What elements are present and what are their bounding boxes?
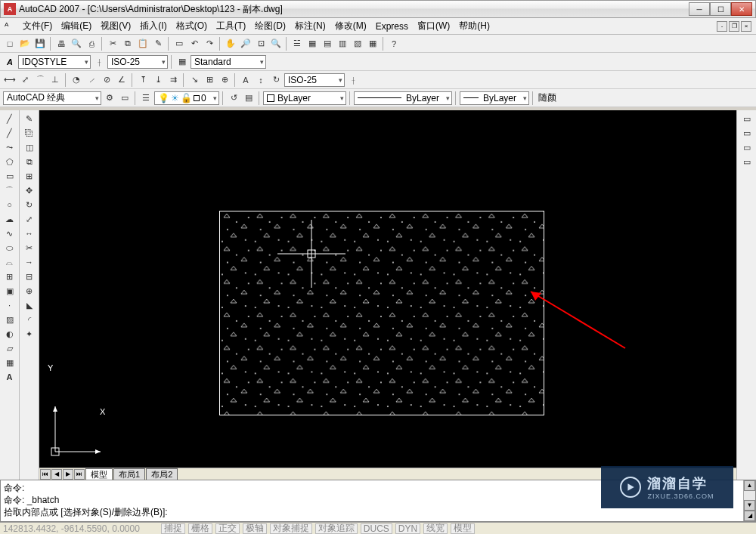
ellipse-icon[interactable]: ⬭ [2, 241, 17, 255]
extend-icon[interactable]: → [22, 255, 37, 269]
scale-icon[interactable]: ⤢ [22, 212, 37, 226]
status-osnap[interactable]: 对象捕捉 [270, 523, 312, 534]
array-icon[interactable]: ⊞ [22, 169, 37, 183]
menu-file[interactable]: 文件(F) [18, 18, 57, 34]
explode-icon[interactable]: ✦ [22, 327, 37, 341]
dim-tolerance-icon[interactable]: ⊞ [203, 73, 216, 87]
status-grid[interactable]: 栅格 [188, 523, 212, 534]
join-icon[interactable]: ⊕ [22, 284, 37, 298]
tablestyle-combo[interactable]: Standard [191, 55, 266, 69]
cut-icon[interactable]: ✂ [106, 37, 119, 51]
dim-leader-icon[interactable]: ↘ [187, 73, 201, 87]
open-icon[interactable]: 📂 [18, 37, 32, 51]
tab-next[interactable]: ▶ [63, 469, 73, 480]
trim-icon[interactable]: ✂ [22, 241, 37, 255]
menu-window[interactable]: 窗口(W) [413, 18, 454, 34]
menu-tools[interactable]: 工具(T) [212, 18, 250, 34]
table-icon[interactable]: ▦ [2, 356, 17, 369]
layer-props-icon[interactable]: ☰ [139, 91, 153, 105]
linetype-combo[interactable]: ByLayer [354, 91, 452, 105]
dcenter-icon[interactable]: ▦ [305, 37, 319, 51]
match-icon[interactable]: ✎ [151, 37, 165, 51]
hatch-icon[interactable]: ▨ [2, 313, 17, 326]
status-ducs[interactable]: DUCS [361, 523, 392, 534]
dimstyle2-combo[interactable]: ISO-25 [284, 73, 345, 87]
dim-angular-icon[interactable]: ∠ [115, 73, 129, 87]
menu-help[interactable]: 帮助(H) [454, 18, 494, 34]
mdi-minimize[interactable]: - [717, 21, 727, 32]
paste-icon[interactable]: 📋 [136, 37, 150, 51]
region-icon[interactable]: ▱ [2, 341, 17, 355]
color-combo[interactable]: ByLayer [263, 91, 346, 105]
dim-quick-icon[interactable]: ⤒ [136, 73, 150, 87]
print-icon[interactable]: 🖶 [54, 37, 68, 51]
mirror-icon[interactable]: ◫ [22, 140, 37, 154]
cmd-scrollbar[interactable]: ▲ ▼ ◢ [743, 480, 755, 521]
dim-center-icon[interactable]: ⊕ [218, 73, 231, 87]
pan-icon[interactable]: ✋ [224, 37, 237, 51]
tool-palette-icon[interactable]: ▤ [321, 37, 334, 51]
dim-continue-icon[interactable]: ⇉ [166, 73, 180, 87]
dim-linear-icon[interactable]: ⟷ [3, 73, 17, 87]
status-polar[interactable]: 极轴 [243, 523, 267, 534]
dim-aligned-icon[interactable]: ⤢ [18, 73, 32, 87]
layer-prev-icon[interactable]: ↺ [227, 91, 240, 105]
layer-state-icon[interactable]: ▤ [242, 91, 256, 105]
dim-arc-icon[interactable]: ⌒ [33, 73, 47, 87]
rotate-icon[interactable]: ↻ [22, 198, 37, 211]
tab-first[interactable]: ⏮ [40, 469, 51, 480]
dimstyle-icon[interactable]: ⟊ [92, 55, 106, 69]
close-button[interactable]: ✕ [731, 2, 752, 16]
r-icon-2[interactable]: ▭ [739, 126, 754, 140]
revcloud-icon[interactable]: ☁ [2, 212, 17, 226]
textstyle-combo[interactable]: IDQSTYLE [18, 55, 91, 69]
status-ortho[interactable]: 正交 [215, 523, 240, 534]
r-icon-3[interactable]: ▭ [739, 140, 754, 154]
status-snap[interactable]: 捕捉 [161, 523, 185, 534]
menu-modify[interactable]: 修改(M) [330, 18, 371, 34]
r-icon-4[interactable]: ▭ [739, 155, 754, 168]
properties-icon[interactable]: ☱ [290, 37, 304, 51]
dim-baseline-icon[interactable]: ⤓ [151, 73, 165, 87]
circle-icon[interactable]: ○ [2, 198, 17, 211]
markup-icon[interactable]: ▧ [351, 37, 364, 51]
offset-icon[interactable]: ⧉ [22, 155, 37, 168]
new-icon[interactable]: □ [3, 37, 17, 51]
zoom-rt-icon[interactable]: 🔎 [239, 37, 253, 51]
dim-tedit-icon[interactable]: ↕ [254, 73, 268, 87]
mtext-icon[interactable]: A [2, 370, 17, 384]
layer-combo[interactable]: 💡 ☀ 🔓 0 [154, 91, 219, 105]
redo-icon[interactable]: ↷ [203, 37, 216, 51]
stretch-icon[interactable]: ↔ [22, 227, 37, 240]
status-dyn[interactable]: DYN [395, 523, 420, 534]
zoom-prev-icon[interactable]: 🔍 [269, 37, 283, 51]
r-icon-1[interactable]: ▭ [739, 112, 754, 125]
maximize-button[interactable]: ☐ [710, 2, 731, 16]
dim-ordinate-icon[interactable]: ⊥ [48, 73, 62, 87]
copy-icon[interactable]: ⧉ [121, 37, 135, 51]
dim-jogged-icon[interactable]: ⟋ [85, 73, 98, 87]
dim-style-icon[interactable]: ⟊ [346, 73, 360, 87]
erase-icon[interactable]: ✎ [22, 112, 37, 125]
block-icon[interactable]: ▭ [172, 37, 186, 51]
chamfer-icon[interactable]: ◣ [22, 298, 37, 312]
xline-icon[interactable]: ╱ [2, 126, 17, 140]
menu-edit[interactable]: 编辑(E) [57, 18, 96, 34]
status-model[interactable]: 模型 [451, 523, 475, 534]
tab-layout2[interactable]: 布局2 [146, 468, 178, 480]
polygon-icon[interactable]: ⬠ [2, 155, 17, 168]
tab-last[interactable]: ⏭ [74, 469, 85, 480]
save-icon[interactable]: 💾 [33, 37, 47, 51]
break-icon[interactable]: ⊟ [22, 270, 37, 283]
line-icon[interactable]: ╱ [2, 112, 17, 125]
tab-model[interactable]: 模型 [85, 468, 113, 480]
tab-layout1[interactable]: 布局1 [113, 468, 145, 480]
arc-icon[interactable]: ⌒ [2, 184, 17, 197]
rectangle-icon[interactable]: ▭ [2, 169, 17, 183]
minimize-button[interactable]: ─ [689, 2, 710, 16]
move-icon[interactable]: ✥ [22, 184, 37, 197]
textstyle-icon[interactable]: A [3, 55, 17, 69]
workspace-save-icon[interactable]: ▭ [118, 91, 132, 105]
lineweight-combo[interactable]: ByLayer [460, 91, 529, 105]
make-block-icon[interactable]: ▣ [2, 284, 17, 298]
